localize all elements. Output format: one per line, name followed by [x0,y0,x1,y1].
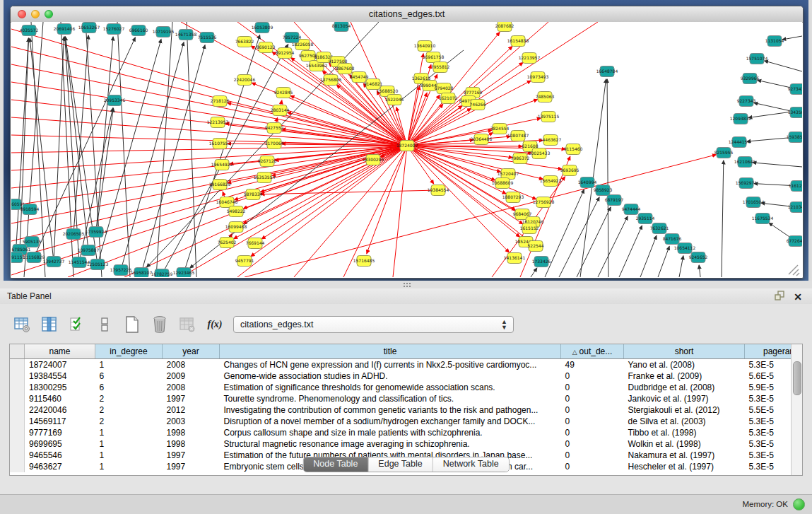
new-table-icon[interactable] [123,315,141,334]
graph-node[interactable]: 9242845 [274,88,293,98]
graph-edge[interactable] [699,265,700,277]
graph-node[interactable]: 8471676 [663,234,682,245]
graph-edge[interactable] [407,146,500,172]
graph-edge[interactable] [753,163,802,167]
graph-node[interactable]: 16958107 [131,268,153,278]
graph-node[interactable]: 7515536 [198,33,217,43]
graph-node[interactable]: 16210645 [734,157,756,168]
graph-node[interactable]: 1131054 [765,36,784,47]
graph-node[interactable]: 8912954 [276,48,295,59]
graph-node[interactable]: 522544 [528,241,544,252]
table-cell[interactable]: 49 [561,359,624,371]
graph-edge[interactable] [34,37,135,257]
table-cell[interactable]: 1998 [163,427,220,438]
graph-node[interactable]: 15692971 [736,178,758,189]
graph-node[interactable]: 16154838 [507,36,529,47]
graph-edge[interactable] [658,246,669,277]
graph-node[interactable]: 13942737 [43,257,65,267]
panel-splitter[interactable] [0,281,812,288]
graph-node[interactable]: 12213953 [207,117,229,128]
graph-window-titlebar[interactable]: citations_edges.txt [11,6,803,23]
graph-edge[interactable] [54,37,64,262]
table-scrollbar-thumb[interactable] [793,361,801,395]
graph-node[interactable]: 7625402 [218,238,237,248]
network-view[interactable]: 1872400727181261221395316107553196549221… [11,22,802,277]
table-cell[interactable]: Investigating the contribution of common… [220,404,561,416]
graph-node[interactable]: 10653267 [78,23,100,33]
table-cell[interactable]: 1 [95,427,163,438]
graph-node[interactable]: 2935114 [636,214,655,224]
table-cell[interactable]: 0 [561,427,624,438]
graph-edge[interactable] [65,37,88,250]
splitter-grip-icon[interactable] [403,282,411,287]
table-cell[interactable]: 1 [95,450,163,461]
graph-node[interactable]: 17016504 [743,197,765,208]
graph-node[interactable]: 7663822 [235,37,254,47]
graph-edge[interactable] [117,22,130,277]
table-cell[interactable]: 0 [561,450,624,461]
table-cell[interactable]: Corpus callosum shape and size in male p… [220,427,561,438]
graph-node[interactable]: 20206505 [63,229,85,240]
graph-edge[interactable] [20,38,29,250]
table-cell[interactable]: 2009 [163,370,220,382]
graph-node[interactable]: 9474444 [622,204,641,215]
graph-node[interactable]: 9273410 [788,84,802,95]
graph-node[interactable]: 1343562 [788,107,802,118]
table-cell[interactable]: Wolkin et al. (1998) [624,438,745,450]
graph-node[interactable]: 5878334 [244,189,263,200]
table-cell[interactable]: 1 [95,461,163,472]
table-cell[interactable]: 6 [95,382,163,393]
graph-node[interactable]: 746266 [470,100,486,110]
table-cell[interactable]: 9115460 [25,393,95,404]
column-header-name[interactable]: name [25,344,95,359]
table-cell[interactable]: 22420046 [25,404,95,416]
graph-node[interactable]: 1621072 [439,93,458,104]
graph-node[interactable]: 14463627 [540,135,562,146]
tab-node-table[interactable]: Node Table [303,457,368,472]
graph-node[interactable]: 7485063 [536,92,555,103]
graph-node[interactable]: 16782759 [151,269,173,278]
graph-node[interactable]: 9858923 [594,185,613,196]
graph-node[interactable]: 4035572 [20,25,39,36]
table-select-dropdown[interactable]: citations_edges.txt ▲▼ [233,316,514,333]
table-cell[interactable]: Stergiakouli et al. (2012) [624,404,745,416]
table-row[interactable]: 1938455462009Genome-wide association stu… [10,370,803,382]
graph-node[interactable]: 16107553 [209,139,231,149]
column-header-year[interactable]: year [163,344,220,359]
graph-node[interactable]: 15751074 [746,54,768,64]
graph-node[interactable]: 15276027 [103,24,125,35]
graph-edge[interactable] [607,79,608,277]
row-toggle-icon[interactable] [95,315,114,334]
table-cell[interactable]: Franke et al. (2009) [624,370,745,382]
graph-node[interactable]: 7857224 [283,33,302,43]
table-cell[interactable]: 9699695 [25,438,95,450]
graph-node[interactable]: 12923465 [173,268,195,278]
graph-node[interactable]: 1170064 [265,139,284,149]
graph-node[interactable]: 9267120 [258,156,277,167]
table-cell[interactable]: 2008 [163,382,220,393]
table-cell[interactable]: 1998 [163,438,220,450]
graph-edge[interactable] [531,268,537,277]
table-cell[interactable]: Jankovic et al. (1997) [624,393,745,404]
tab-network-table[interactable]: Network Table [433,457,509,472]
graph-edge[interactable] [11,146,407,275]
table-cell[interactable]: 0 [561,416,624,427]
graph-edge[interactable] [619,226,642,277]
table-cell[interactable]: 14569117 [25,416,95,427]
graph-node[interactable]: 9115460 [564,144,583,155]
graph-node[interactable]: 9245652 [689,252,708,263]
table-cell[interactable]: 1 [95,359,163,371]
graph-node[interactable]: 9227343 [737,96,756,107]
graph-edge[interactable] [765,61,802,71]
graph-node[interactable]: 9693695 [560,165,579,176]
table-cell[interactable]: 18300295 [25,382,95,393]
float-panel-icon[interactable] [775,291,785,303]
table-cell[interactable]: Structural magnetic resonance image aver… [220,438,561,450]
table-cell[interactable]: 1997 [163,461,220,472]
table-cell[interactable]: 9463627 [25,461,95,472]
table-cell[interactable]: 0 [561,370,624,382]
graph-node[interactable]: 10719195 [153,27,175,37]
graph-edge[interactable] [16,38,28,257]
graph-node[interactable]: 1593856 [787,132,802,143]
graph-node[interactable]: 15716485 [353,256,375,267]
